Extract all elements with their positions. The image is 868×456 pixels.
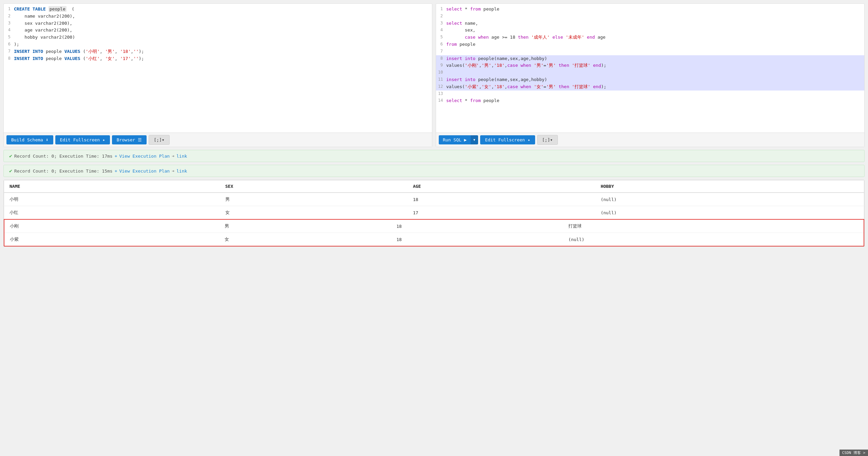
build-schema-button[interactable]: Build Schema ⬇ <box>6 135 53 144</box>
code-line: 1 select * from people <box>436 6 864 13</box>
semicolon-button-left[interactable]: [;]▾ <box>149 135 169 145</box>
table-row: 小明 男 18 (null) <box>4 193 864 206</box>
run-sql-split-button[interactable]: Run SQL ▶ ▾ <box>439 135 478 144</box>
left-code-area[interactable]: 1 CREATE TABLE people ( 2 name varchar2(… <box>4 4 432 133</box>
cell-age: 17 <box>408 206 595 219</box>
code-line: 7 INSERT INTO people VALUES ('小明', '男', … <box>4 48 432 55</box>
code-line: 1 CREATE TABLE people ( <box>4 6 432 13</box>
result-bar-2: ✔ Record Count: 0; Execution Time: 15ms … <box>3 165 865 177</box>
cell-sex: 女 <box>220 206 408 219</box>
code-line: 13 <box>436 91 864 98</box>
run-sql-arrow-button[interactable]: ▾ <box>471 135 478 144</box>
cell-hobby: (null) <box>595 206 864 219</box>
main-container: 1 CREATE TABLE people ( 2 name varchar2(… <box>0 0 868 456</box>
code-line: 4 age varchar2(200), <box>4 27 432 34</box>
code-line: 10 <box>436 69 864 76</box>
result-link-2[interactable]: link <box>176 168 187 174</box>
edit-fullscreen-button-right[interactable]: Edit Fullscreen ✦ <box>480 135 535 144</box>
code-line: 8 insert into people(name,sex,age,hobby) <box>436 55 864 62</box>
table-row: 小红 女 17 (null) <box>4 206 864 219</box>
code-line: 11 insert into people(name,sex,age,hobby… <box>436 76 864 83</box>
results-table-container: NAME SEX AGE HOBBY 小明 男 18 (null) 小红 女 <box>3 180 865 247</box>
cell-age: 18 <box>408 193 595 206</box>
run-sql-main-button[interactable]: Run SQL ▶ <box>439 135 471 144</box>
code-line: 9 values('小刚','男','18',case when '男'='男'… <box>436 62 864 69</box>
code-line: 3 select name, <box>436 20 864 27</box>
cell-age: 18 <box>391 219 563 233</box>
cell-sex: 女 <box>219 233 391 246</box>
code-line: 3 sex varchar2(200), <box>4 20 432 27</box>
code-line: 4 sex, <box>436 27 864 34</box>
code-line: 7 <box>436 48 864 55</box>
table-row-highlighted: 小紫 女 18 (null) <box>4 233 864 246</box>
results-table-highlighted: 小刚 男 18 打篮球 小紫 女 18 (null) <box>4 219 864 246</box>
cell-sex: 男 <box>220 193 408 206</box>
result-bar-1: ✔ Record Count: 0; Execution Time: 17ms … <box>3 150 865 162</box>
code-line: 12 values('小紫','女','18',case when '女'='男… <box>436 83 864 91</box>
cell-name: 小明 <box>4 193 220 206</box>
result-text-1: Record Count: 0; Execution Time: 17ms <box>14 154 113 159</box>
result-text-2: Record Count: 0; Execution Time: 15ms <box>14 168 113 174</box>
col-header-sex: SEX <box>220 180 408 193</box>
editors-row: 1 CREATE TABLE people ( 2 name varchar2(… <box>3 3 865 147</box>
view-execution-plan-link-1[interactable]: View Execution Plan <box>119 154 170 159</box>
check-icon-2: ✔ <box>9 168 12 174</box>
right-editor-panel: 1 select * from people 2 3 select name, … <box>436 3 865 147</box>
results-table: NAME SEX AGE HOBBY 小明 男 18 (null) 小红 女 <box>4 180 864 219</box>
cell-sex: 男 <box>219 219 391 233</box>
code-line: 6 from people <box>436 41 864 48</box>
code-line: 5 case when age >= 18 then '成年人' else '未… <box>436 34 864 41</box>
code-line: 8 INSERT INTO people VALUES ('小红', '女', … <box>4 55 432 62</box>
col-header-age: AGE <box>408 180 595 193</box>
cell-hobby: (null) <box>563 233 864 246</box>
code-line: 5 hobby varchar2(200) <box>4 34 432 41</box>
cell-name: 小红 <box>4 206 220 219</box>
check-icon-1: ✔ <box>9 153 12 159</box>
result-link-1[interactable]: link <box>176 154 187 159</box>
left-editor-panel: 1 CREATE TABLE people ( 2 name varchar2(… <box>3 3 432 147</box>
cell-hobby: 打篮球 <box>563 219 864 233</box>
browser-button[interactable]: Browser ☰ <box>112 135 147 144</box>
table-row-highlighted: 小刚 男 18 打篮球 <box>4 219 864 233</box>
cell-age: 18 <box>391 233 563 246</box>
cell-hobby: (null) <box>595 193 864 206</box>
code-line: 6 ); <box>4 41 432 48</box>
status-bar: CSDN 博客 > <box>839 450 868 456</box>
table-header-row: NAME SEX AGE HOBBY <box>4 180 864 193</box>
left-toolbar: Build Schema ⬇ Edit Fullscreen ✦ Browser… <box>4 133 432 147</box>
right-toolbar: Run SQL ▶ ▾ Edit Fullscreen ✦ [;]▾ <box>436 133 864 147</box>
code-line: 14 select * from people <box>436 97 864 104</box>
cell-name: 小刚 <box>4 219 219 233</box>
code-line: 2 name varchar2(200), <box>4 13 432 20</box>
view-execution-plan-link-2[interactable]: View Execution Plan <box>119 168 170 174</box>
semicolon-button-right[interactable]: [;]▾ <box>537 135 558 145</box>
cell-name: 小紫 <box>4 233 219 246</box>
edit-fullscreen-button-left[interactable]: Edit Fullscreen ✦ <box>55 135 110 144</box>
col-header-name: NAME <box>4 180 220 193</box>
code-line: 2 <box>436 13 864 20</box>
right-code-area[interactable]: 1 select * from people 2 3 select name, … <box>436 4 864 133</box>
col-header-hobby: HOBBY <box>595 180 864 193</box>
